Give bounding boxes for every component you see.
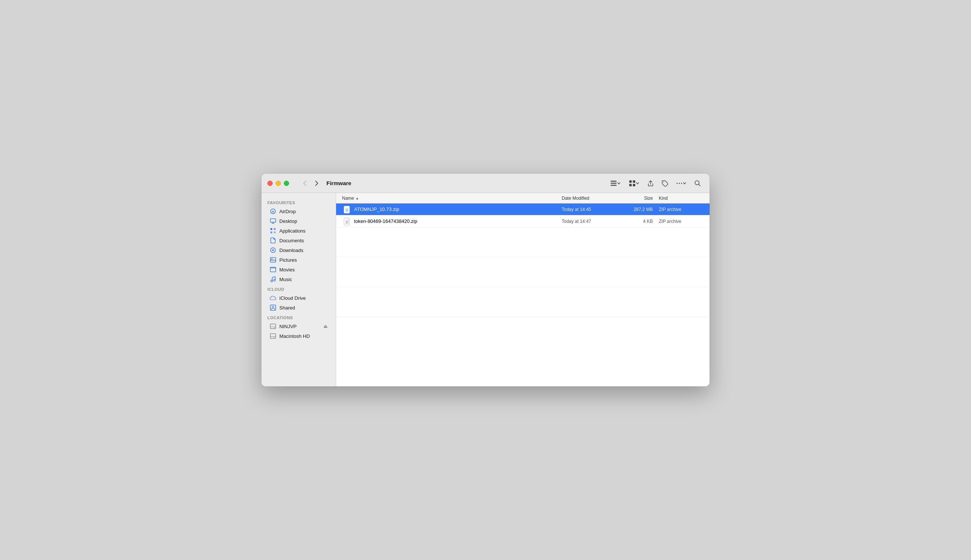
svg-point-8 — [677, 183, 678, 184]
svg-rect-1 — [611, 183, 617, 184]
file-name: token-80469-1647438420.zip — [352, 218, 562, 224]
svg-point-9 — [679, 183, 680, 184]
file-kind: ZIP archive — [659, 207, 704, 212]
sidebar-item-music[interactable]: Music — [264, 274, 334, 284]
file-kind: ZIP archive — [659, 219, 704, 224]
file-name: ATOMNJP_10.73.zip — [352, 207, 562, 212]
date-column-header[interactable]: Date Modified — [562, 196, 621, 201]
svg-point-10 — [681, 183, 682, 184]
back-button[interactable] — [300, 178, 310, 188]
svg-rect-44 — [345, 222, 349, 223]
finder-window: Firmware — [262, 173, 709, 387]
sidebar-item-icloud-drive-label: iCloud Drive — [279, 295, 306, 301]
svg-point-34 — [274, 327, 275, 328]
forward-button[interactable] — [312, 178, 322, 188]
svg-rect-35 — [270, 334, 276, 338]
name-column-label: Name — [342, 196, 354, 201]
file-date: Today at 14:45 — [562, 207, 621, 212]
sidebar-item-macintosh-hd[interactable]: Macintosh HD — [264, 331, 334, 341]
downloads-icon — [270, 247, 276, 253]
documents-icon — [270, 237, 276, 244]
file-row[interactable]: token-80469-1647438420.zip Today at 14:4… — [336, 215, 709, 227]
share-button[interactable] — [645, 178, 657, 188]
traffic-lights — [267, 181, 289, 186]
sidebar-item-ninjvp-label: NINJVP — [279, 324, 297, 329]
nav-controls: Firmware — [300, 178, 351, 188]
sidebar-item-downloads[interactable]: Downloads — [264, 245, 334, 255]
sidebar-item-applications[interactable]: Applications — [264, 226, 334, 235]
sidebar: Favourites AirDrop — [262, 193, 336, 387]
file-date: Today at 14:47 — [562, 219, 621, 224]
file-row[interactable]: ATOMNJP_10.73.zip Today at 14:45 287,2 M… — [336, 203, 709, 215]
svg-rect-14 — [270, 219, 276, 223]
file-size: 4 KB — [621, 219, 659, 224]
svg-rect-32 — [270, 324, 276, 329]
empty-row — [336, 287, 709, 317]
sidebar-item-icloud-drive[interactable]: iCloud Drive — [264, 293, 334, 303]
sidebar-item-movies-label: Movies — [279, 267, 295, 273]
locations-section-label: Locations — [262, 312, 336, 322]
grid-view-button[interactable] — [626, 178, 642, 188]
svg-rect-0 — [611, 181, 617, 182]
svg-rect-16 — [274, 228, 275, 230]
sidebar-item-macintosh-hd-label: Macintosh HD — [279, 333, 310, 339]
drive-icon-ninjvp — [270, 323, 276, 330]
file-area: Name ▲ Date Modified Size Kind — [336, 193, 709, 387]
svg-rect-40 — [345, 210, 349, 210]
svg-rect-3 — [629, 180, 632, 183]
sidebar-item-movies[interactable]: Movies — [264, 265, 334, 274]
close-button[interactable] — [267, 181, 273, 186]
svg-point-28 — [271, 280, 273, 282]
svg-rect-6 — [633, 184, 636, 186]
svg-rect-4 — [633, 180, 636, 183]
airdrop-icon — [270, 208, 276, 215]
minimize-button[interactable] — [275, 181, 281, 186]
eject-ninjvp-button[interactable]: ⏏ — [324, 324, 327, 329]
main-content: Favourites AirDrop — [262, 193, 709, 387]
svg-rect-17 — [270, 232, 272, 233]
file-list: ATOMNJP_10.73.zip Today at 14:45 287,2 M… — [336, 203, 709, 387]
column-headers: Name ▲ Date Modified Size Kind — [336, 193, 709, 203]
svg-point-7 — [663, 182, 664, 182]
more-options-button[interactable] — [673, 178, 689, 188]
sidebar-item-pictures-label: Pictures — [279, 257, 297, 263]
svg-rect-42 — [344, 218, 350, 225]
sort-indicator: ▲ — [355, 197, 359, 200]
svg-rect-43 — [345, 221, 349, 222]
sidebar-item-music-label: Music — [279, 277, 292, 282]
music-icon — [270, 276, 276, 283]
svg-rect-18 — [274, 232, 275, 233]
search-button[interactable] — [692, 178, 704, 188]
favourites-section-label: Favourites — [262, 197, 336, 207]
sidebar-item-pictures[interactable]: Pictures — [264, 255, 334, 265]
list-view-button[interactable] — [607, 178, 624, 188]
sidebar-item-airdrop[interactable]: AirDrop — [264, 207, 334, 216]
size-column-header[interactable]: Size — [621, 196, 659, 201]
shared-icon — [270, 304, 276, 311]
tag-button[interactable] — [659, 178, 671, 188]
sidebar-item-desktop-label: Desktop — [279, 218, 297, 224]
file-icon — [342, 205, 352, 214]
sidebar-item-downloads-label: Downloads — [279, 248, 303, 253]
sidebar-item-airdrop-label: AirDrop — [279, 209, 296, 214]
maximize-button[interactable] — [284, 181, 289, 186]
sidebar-item-documents-label: Documents — [279, 238, 304, 243]
sidebar-item-desktop[interactable]: Desktop — [264, 216, 334, 226]
icloud-section-label: iCloud — [262, 284, 336, 293]
svg-point-13 — [273, 212, 274, 213]
sidebar-item-ninjvp[interactable]: NINJVP ⏏ — [264, 322, 334, 331]
sidebar-item-shared[interactable]: Shared — [264, 303, 334, 312]
toolbar-right — [607, 178, 704, 188]
kind-column-header[interactable]: Kind — [659, 196, 704, 201]
desktop-icon — [270, 218, 276, 224]
svg-rect-15 — [270, 228, 272, 230]
svg-rect-2 — [611, 185, 617, 186]
file-size: 287,2 MB — [621, 207, 659, 212]
svg-rect-20 — [270, 258, 276, 262]
sidebar-item-documents[interactable]: Documents — [264, 235, 334, 245]
svg-rect-38 — [344, 206, 350, 213]
sidebar-item-applications-label: Applications — [279, 228, 305, 234]
name-column-header[interactable]: Name ▲ — [342, 196, 562, 201]
svg-rect-5 — [629, 184, 632, 186]
svg-rect-41 — [345, 211, 349, 212]
